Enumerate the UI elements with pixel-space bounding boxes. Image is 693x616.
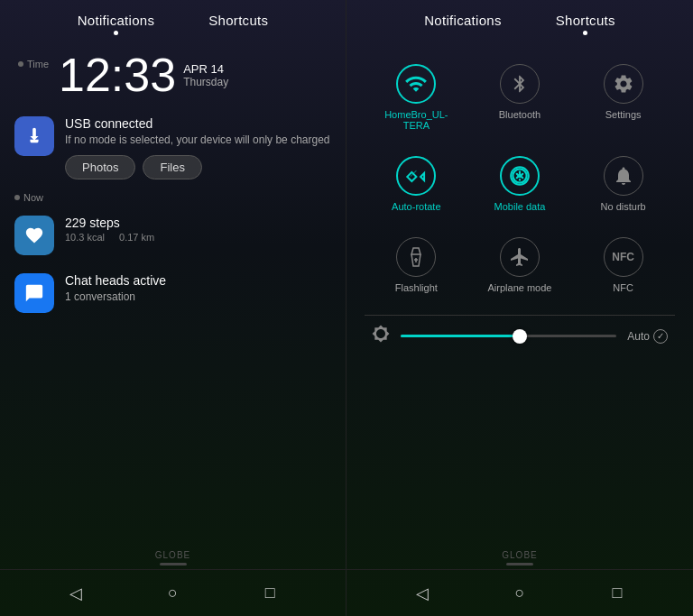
km-value: 0.17 km xyxy=(119,232,154,243)
right-back-button[interactable]: ◁ xyxy=(402,574,442,613)
right-globe: GLOBE xyxy=(346,545,693,569)
nfc-icon: NFC xyxy=(604,237,643,277)
time-display: 12:33 APR 14 Thursday xyxy=(59,51,228,98)
usb-actions: Photos Files xyxy=(65,155,331,179)
qs-airplane[interactable]: Airplane mode xyxy=(468,225,572,306)
qs-settings[interactable]: Settings xyxy=(571,51,675,143)
time-label: Time xyxy=(18,59,50,69)
left-panel: Notifications Shortcuts Time 12:33 APR 1… xyxy=(0,0,346,616)
time-section: Time 12:33 APR 14 Thursday xyxy=(0,42,346,107)
qs-mobiledata[interactable]: Mobile data xyxy=(468,143,572,225)
now-text: Now xyxy=(23,192,43,203)
airplane-icon xyxy=(500,237,540,277)
brightness-row: Auto ✓ xyxy=(365,315,675,356)
auto-label: Auto xyxy=(627,330,650,343)
now-label: Now xyxy=(0,188,346,207)
left-globe: GLOBE xyxy=(0,545,346,569)
auto-check-icon[interactable]: ✓ xyxy=(653,329,668,344)
bluetooth-icon xyxy=(500,64,540,104)
chat-title: Chat heads active xyxy=(65,273,331,288)
qs-nfc[interactable]: NFC NFC xyxy=(571,225,675,306)
date-value: APR 14 xyxy=(183,62,228,76)
flashlight-label: Flashlight xyxy=(395,282,438,293)
left-bottom-nav: ◁ ○ □ xyxy=(0,569,346,616)
time-value: 12:33 xyxy=(59,51,176,98)
settings-icon xyxy=(604,64,643,104)
right-panel: Notifications Shortcuts HomeBro_UL-TERA xyxy=(346,0,693,616)
health-stats: 10.3 kcal 0.17 km xyxy=(65,232,331,243)
usb-icon xyxy=(14,116,54,156)
left-globe-indicator xyxy=(160,563,187,565)
qs-flashlight[interactable]: Flashlight xyxy=(365,225,468,306)
left-tab-notifications[interactable]: Notifications xyxy=(78,13,155,35)
left-tabs: Notifications Shortcuts xyxy=(0,0,346,42)
qs-nodisturb[interactable]: No disturb xyxy=(571,143,675,225)
settings-label: Settings xyxy=(605,109,642,120)
qs-autorotate[interactable]: Auto-rotate xyxy=(365,143,468,225)
mobiledata-label: Mobile data xyxy=(494,201,546,212)
right-globe-text: GLOBE xyxy=(346,550,693,560)
right-globe-indicator xyxy=(506,563,533,565)
now-dot xyxy=(14,195,20,200)
kcal-value: 10.3 kcal xyxy=(65,232,105,243)
chat-desc: 1 conversation xyxy=(65,290,331,305)
quick-settings: HomeBro_UL-TERA Bluetooth Settings xyxy=(346,42,693,545)
notification-chat[interactable]: Chat heads active 1 conversation xyxy=(0,264,346,322)
left-recents-button[interactable]: □ xyxy=(250,574,290,613)
wifi-icon xyxy=(396,64,436,104)
nodisturb-icon xyxy=(604,156,643,196)
left-back-button[interactable]: ◁ xyxy=(56,574,96,613)
bluetooth-label: Bluetooth xyxy=(499,109,541,120)
health-content: 229 steps 10.3 kcal 0.17 km xyxy=(65,216,331,243)
time-date: APR 14 Thursday xyxy=(183,62,228,88)
notification-health[interactable]: 229 steps 10.3 kcal 0.17 km xyxy=(0,207,346,264)
day-value: Thursday xyxy=(183,76,228,88)
autorotate-label: Auto-rotate xyxy=(392,201,440,212)
mobiledata-icon xyxy=(500,156,540,196)
autorotate-icon xyxy=(396,156,436,196)
wifi-label: HomeBro_UL-TERA xyxy=(372,109,461,131)
right-tab-shortcuts[interactable]: Shortcuts xyxy=(556,13,615,35)
chat-content: Chat heads active 1 conversation xyxy=(65,273,331,305)
brightness-fill xyxy=(401,335,520,337)
chat-icon xyxy=(14,273,54,313)
right-recents-button[interactable]: □ xyxy=(597,574,637,613)
nfc-label: NFC xyxy=(613,282,633,293)
notifications-list: USB connected If no mode is selected, yo… xyxy=(0,107,346,545)
brightness-icon xyxy=(372,325,390,347)
health-icon xyxy=(14,216,54,255)
left-home-button[interactable]: ○ xyxy=(152,574,192,613)
right-bottom-nav: ◁ ○ □ xyxy=(346,569,693,616)
usb-content: USB connected If no mode is selected, yo… xyxy=(65,116,331,179)
qs-grid: HomeBro_UL-TERA Bluetooth Settings xyxy=(365,51,675,306)
brightness-thumb[interactable] xyxy=(513,329,527,344)
qs-bluetooth[interactable]: Bluetooth xyxy=(468,51,572,143)
airplane-label: Airplane mode xyxy=(488,282,552,293)
time-dot xyxy=(18,61,23,67)
photos-button[interactable]: Photos xyxy=(65,155,135,179)
notification-usb[interactable]: USB connected If no mode is selected, yo… xyxy=(0,107,346,188)
right-tabs: Notifications Shortcuts xyxy=(346,0,693,42)
brightness-slider[interactable] xyxy=(401,335,616,337)
left-globe-text: GLOBE xyxy=(0,550,346,560)
usb-title: USB connected xyxy=(65,116,331,131)
usb-desc: If no mode is selected, your device will… xyxy=(65,133,331,148)
right-tab-notifications[interactable]: Notifications xyxy=(424,13,502,35)
flashlight-icon xyxy=(396,237,436,277)
nodisturb-label: No disturb xyxy=(601,201,646,212)
right-home-button[interactable]: ○ xyxy=(500,574,540,613)
brightness-auto: Auto ✓ xyxy=(627,329,668,344)
left-tab-shortcuts[interactable]: Shortcuts xyxy=(208,13,268,35)
health-title: 229 steps xyxy=(65,216,331,230)
qs-wifi[interactable]: HomeBro_UL-TERA xyxy=(365,51,468,143)
files-button[interactable]: Files xyxy=(143,155,201,179)
